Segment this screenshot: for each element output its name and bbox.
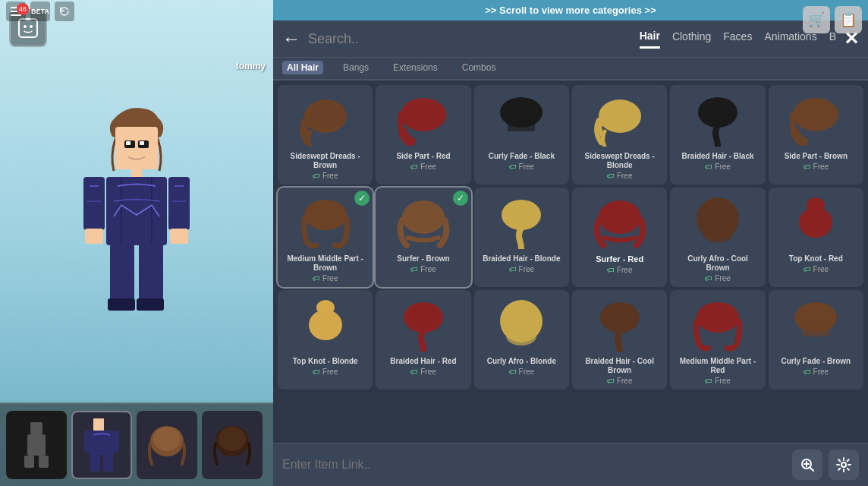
item-link-input[interactable] — [282, 458, 786, 472]
item-price: 🏷Free — [509, 265, 535, 273]
thumb-body[interactable] — [6, 411, 67, 479]
item-image — [586, 90, 654, 150]
thumb-hair-brown[interactable] — [137, 411, 197, 479]
item-name: Braided Hair - Cool Brown — [577, 357, 662, 375]
price-value: Free — [715, 274, 731, 282]
svg-point-57 — [602, 201, 638, 229]
item-price: 🏷Free — [313, 172, 338, 180]
item-card[interactable]: Sideswept Dreads - Blonde🏷Free — [572, 85, 667, 185]
item-card[interactable]: Top Knot - Blonde🏷Free — [278, 290, 373, 390]
svg-point-35 — [219, 427, 246, 451]
price-tag-icon: 🏷 — [804, 163, 811, 171]
price-value: Free — [617, 172, 633, 180]
cart-icon[interactable]: 🛒 — [803, 6, 830, 33]
svg-rect-30 — [90, 455, 100, 472]
item-name: Curly Fade - Black — [489, 152, 555, 161]
copy-icon[interactable]: 📋 — [835, 6, 862, 33]
item-image — [487, 192, 555, 253]
svg-point-74 — [407, 303, 440, 327]
item-card[interactable]: Medium Middle Part - Red🏷Free — [670, 290, 765, 390]
thumb-hair-dark[interactable] — [202, 411, 263, 479]
svg-point-5 — [30, 25, 33, 28]
item-card[interactable]: ✓ Medium Middle Part - Brown🏷Free — [278, 188, 373, 287]
item-image — [684, 192, 752, 253]
item-image — [586, 295, 654, 355]
item-price: 🏷Free — [804, 368, 829, 376]
sub-tab-all-hair[interactable]: All Hair — [282, 61, 323, 74]
item-card[interactable]: Braided Hair - Blonde🏷Free — [474, 188, 569, 287]
sub-tab-extensions[interactable]: Extensions — [388, 61, 442, 74]
price-tag-icon: 🏷 — [804, 265, 811, 273]
price-value: Free — [617, 266, 633, 274]
price-tag-icon: 🏷 — [804, 368, 811, 376]
item-card[interactable]: Top Knot - Red🏷Free — [769, 188, 863, 287]
character-view: tommy — [0, 0, 273, 402]
item-card[interactable]: Surfer - Red🏷Free — [572, 188, 667, 287]
tab-clothing[interactable]: Clothing — [672, 30, 711, 47]
item-image — [291, 295, 360, 355]
svg-rect-21 — [137, 298, 164, 311]
item-card[interactable]: Braided Hair - Black🏷Free — [670, 85, 765, 185]
price-tag-icon: 🏷 — [509, 265, 517, 273]
price-value: Free — [813, 368, 829, 376]
zoom-button[interactable] — [792, 450, 822, 480]
item-card[interactable]: Curly Afro - Blonde🏷Free — [474, 290, 569, 390]
item-card[interactable]: Curly Afro - Cool Brown🏷Free — [670, 188, 765, 287]
item-card[interactable]: Curly Fade - Brown🏷Free — [769, 290, 863, 390]
item-name: Braided Hair - Red — [390, 357, 456, 366]
back-button[interactable]: ← — [282, 28, 300, 49]
thumb-outfit[interactable] — [71, 411, 132, 479]
svg-point-61 — [710, 200, 725, 215]
left-panel: tommy — [0, 0, 273, 486]
svg-point-47 — [603, 101, 640, 128]
notification-badge: 46 — [17, 3, 29, 15]
svg-rect-26 — [93, 418, 104, 431]
item-card[interactable]: Sideswept Dreads - Brown🏷Free — [278, 85, 373, 185]
svg-point-64 — [703, 225, 733, 243]
item-price: 🏷Free — [313, 368, 338, 376]
svg-point-37 — [309, 101, 345, 128]
price-value: Free — [715, 377, 731, 385]
item-image — [586, 192, 654, 253]
tab-faces[interactable]: Faces — [723, 30, 752, 47]
price-tag-icon: 🏷 — [607, 377, 615, 385]
price-tag-icon: 🏷 — [509, 163, 517, 171]
svg-rect-27 — [89, 431, 115, 455]
tab-hair[interactable]: Hair — [640, 30, 660, 49]
item-name: Curly Fade - Brown — [781, 357, 851, 366]
svg-point-49 — [701, 98, 734, 122]
item-image — [389, 90, 458, 150]
price-value: Free — [813, 265, 829, 273]
svg-point-83 — [603, 303, 637, 327]
settings-button[interactable] — [829, 450, 859, 480]
item-card[interactable]: ✓ Surfer - Brown🏷Free — [376, 188, 470, 287]
item-card[interactable]: Side Part - Brown🏷Free — [769, 85, 863, 185]
top-right-controls: 🛒 📋 — [797, 0, 868, 39]
price-tag-icon: 🏷 — [509, 368, 517, 376]
svg-point-43 — [511, 111, 522, 122]
item-price: 🏷Free — [607, 266, 633, 274]
svg-rect-11 — [140, 141, 144, 145]
sub-tab-bangs[interactable]: Bangs — [338, 61, 373, 74]
item-image — [684, 295, 752, 355]
item-card[interactable]: Curly Fade - Black🏷Free — [474, 85, 569, 185]
svg-point-81 — [506, 327, 536, 346]
system-bar: 46 BETA — [0, 0, 273, 23]
item-name: Sideswept Dreads - Brown — [282, 152, 368, 170]
price-tag-icon: 🏷 — [313, 172, 320, 180]
svg-point-53 — [405, 201, 442, 229]
item-price: 🏷Free — [607, 377, 633, 385]
item-price: 🏷Free — [509, 163, 535, 171]
menu-icon[interactable]: 46 — [6, 2, 26, 21]
item-card[interactable]: Braided Hair - Red🏷Free — [376, 290, 470, 390]
item-name: Braided Hair - Black — [681, 152, 753, 161]
undo-icon[interactable] — [55, 2, 74, 21]
item-card[interactable]: Braided Hair - Cool Brown🏷Free — [572, 290, 667, 390]
sub-tab-combos[interactable]: Combos — [458, 61, 501, 74]
price-tag-icon: 🏷 — [410, 368, 418, 376]
search-input[interactable] — [308, 31, 624, 47]
svg-point-72 — [310, 315, 341, 339]
item-name: Curly Afro - Blonde — [487, 357, 556, 366]
svg-rect-17 — [170, 229, 188, 244]
item-card[interactable]: Side Part - Red🏷Free — [376, 85, 470, 185]
